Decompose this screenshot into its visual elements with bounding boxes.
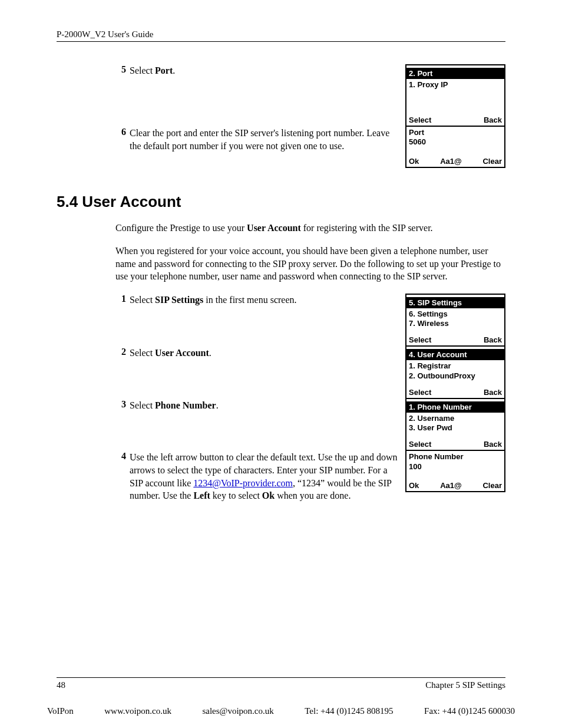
device-row: Phone Number [409, 452, 502, 462]
softkey-mid: Aa1@ [440, 157, 462, 166]
step-5-text: Select Port. [130, 64, 402, 77]
ua3-post: . [216, 400, 219, 410]
step5-pre: Select [130, 65, 155, 75]
device-row: 2. Username [409, 414, 502, 423]
device-screen-port-menu: 2. Port 1. Proxy IP Select Back [405, 64, 505, 127]
device-row: 7. Wireless [409, 319, 502, 328]
device-screen-port-entry: Port 5060 Ok Aa1@ Clear [405, 127, 505, 168]
device-screen-phone-number-menu: 1. Phone Number 2. Username 3. User Pwd … [405, 399, 505, 452]
step-number-6: 6 [115, 127, 126, 152]
device-screen-user-account: 4. User Account 1. Registrar 2. Outbound… [405, 347, 505, 399]
p1-pre: Configure the Prestige to use your [115, 223, 247, 233]
device-row: 6. Settings [409, 309, 502, 319]
device-row: 1. Registrar [409, 361, 502, 371]
p1-post: for registering with the SIP server. [301, 223, 433, 233]
vendor-web: www.voipon.co.uk [104, 706, 171, 716]
step-ua1-text: Select SIP Settings in the first menu sc… [130, 294, 402, 307]
ua4-seg3: key to select [210, 490, 262, 500]
step-number-5: 5 [115, 64, 126, 77]
ua3-pre: Select [130, 400, 155, 410]
softkey-right: Back [484, 116, 502, 124]
softkey-left: Select [409, 116, 431, 124]
ua1-bold: SIP Settings [155, 295, 203, 305]
step-number-ua3: 3 [115, 399, 126, 412]
softkey-right: Back [484, 388, 502, 397]
device-row: 1. Proxy IP [409, 80, 502, 90]
step-number-ua4: 4 [115, 451, 126, 502]
vendor-name: VoIPon [47, 706, 74, 716]
step-number-ua1: 1 [115, 294, 126, 307]
device-screen-sip-settings: 5. SIP Settings 6. Settings 7. Wireless … [405, 294, 505, 347]
step-ua4-text: Use the left arrow button to clear the d… [130, 451, 402, 502]
step5-post: . [173, 65, 175, 75]
step-6-text: Clear the port and enter the SIP server'… [130, 127, 402, 152]
device-row: 100 [409, 462, 502, 472]
ua1-post: in the first menu screen. [203, 295, 296, 305]
step-ua3-text: Select Phone Number. [130, 399, 402, 412]
device-title: 1. Phone Number [406, 399, 504, 413]
device-screen-phone-number-entry: Phone Number 100 Ok Aa1@ Clear [405, 451, 505, 492]
section-para-1: Configure the Prestige to use your User … [115, 222, 505, 235]
softkey-left: Ok [409, 481, 419, 490]
device-row: Port [409, 128, 502, 137]
page-footer: 48 Chapter 5 SIP Settings [57, 677, 505, 690]
device-row: 3. User Pwd [409, 423, 502, 433]
ua2-bold: User Account [155, 348, 209, 358]
softkey-right: Clear [482, 157, 502, 166]
ua4-bold1: Left [193, 490, 210, 500]
softkey-left: Select [409, 440, 431, 449]
device-title: 5. SIP Settings [406, 295, 504, 308]
section-para-2: When you registered for your voice accou… [115, 245, 505, 283]
step-ua2-text: Select User Account. [130, 347, 402, 360]
page-number: 48 [57, 680, 65, 690]
ua3-bold: Phone Number [155, 400, 216, 410]
device-row: 2. OutboundProxy [409, 371, 502, 381]
softkey-mid: Aa1@ [440, 481, 462, 490]
softkey-left: Ok [409, 157, 419, 166]
device-row: 5060 [409, 137, 502, 147]
ua2-post: . [209, 348, 211, 358]
chapter-label: Chapter 5 SIP Settings [425, 680, 505, 690]
ua4-bold2: Ok [262, 490, 275, 500]
step-number-ua2: 2 [115, 347, 126, 360]
softkey-right: Back [484, 335, 502, 344]
ua1-pre: Select [130, 295, 155, 305]
softkey-left: Select [409, 335, 431, 344]
softkey-right: Clear [482, 481, 502, 490]
running-header: P-2000W_V2 User's Guide [57, 29, 505, 42]
sip-example-link[interactable]: 1234@VoIP-provider.com [193, 478, 293, 488]
softkey-left: Select [409, 388, 431, 397]
device-title: 4. User Account [406, 347, 504, 360]
p1-bold: User Account [247, 223, 301, 233]
vendor-email: sales@voipon.co.uk [202, 706, 273, 716]
section-heading: 5.4 User Account [57, 193, 505, 211]
device-title: 2. Port [406, 65, 504, 79]
ua2-pre: Select [130, 348, 155, 358]
vendor-footer: VoIPon www.voipon.co.uk sales@voipon.co.… [47, 706, 515, 716]
vendor-fax: Fax: +44 (0)1245 600030 [424, 706, 515, 716]
ua4-seg4: when you are done. [275, 490, 351, 500]
vendor-tel: Tel: +44 (0)1245 808195 [305, 706, 393, 716]
step5-bold: Port [155, 65, 173, 75]
softkey-right: Back [484, 440, 502, 449]
